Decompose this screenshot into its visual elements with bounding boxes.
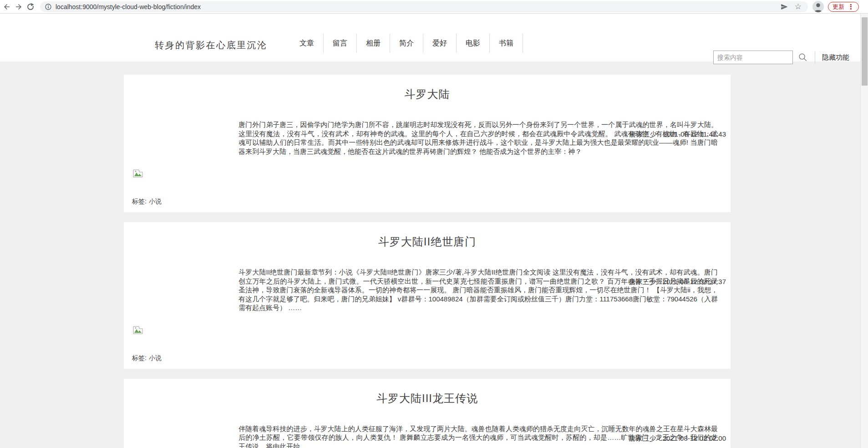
post-tags: 标签:小说 [132,198,731,206]
search-input[interactable] [713,51,793,64]
post-datetime: 2021-08-12 11:41:43 [663,130,726,138]
post-tags: 标签:小说 [132,354,731,362]
nav-item-hobbies[interactable]: 爱好 [423,39,456,48]
chrome-update-menu-button[interactable]: 更新 ⋮ [828,2,859,12]
post-title[interactable]: 斗罗大陆II绝世唐门 [124,235,731,249]
kebab-menu-icon: ⋮ [848,3,854,10]
post-byline: 唐家三少2021-08-12 11:41:43 [629,130,726,139]
post-author: 唐家三少 [629,434,656,442]
browser-toolbar: localhost:9000/mystyle-cloud-web-blog/fi… [0,0,868,14]
vertical-scrollbar[interactable] [860,14,868,448]
nav-item-messages[interactable]: 留言 [324,39,356,48]
nav-item-articles[interactable]: 文章 [290,39,323,48]
broken-image-icon [133,168,143,178]
post-card: 斗罗大陆III龙王传说 伴随着魂导科技的进步，斗罗大陆上的人类征服了海洋，又发现… [124,379,731,448]
reload-button[interactable] [25,1,36,13]
post-summary: 斗罗大陆II绝世唐门最新章节列：小说《斗罗大陆II绝世唐门》唐家三少/著,斗罗大… [239,268,718,312]
search-icon[interactable] [798,52,808,62]
post-title[interactable]: 斗罗大陆 [124,87,731,101]
url-text[interactable]: localhost:9000/mystyle-cloud-web-blog/fi… [56,3,774,10]
nav-divider [523,34,523,53]
send-to-device-button[interactable] [780,3,788,11]
back-icon [3,3,11,11]
post-byline: 唐家三少2021-08-12 02:37:37 [629,278,726,286]
forward-icon [15,3,23,11]
update-label: 更新 [832,3,844,11]
nav-item-albums[interactable]: 相册 [357,39,390,48]
post-author: 唐家三少 [629,278,656,285]
back-button[interactable] [1,1,13,13]
profile-button[interactable] [812,1,824,12]
post-byline: 唐家三少2021-08-12 02:02:00 [629,434,726,443]
send-icon [780,3,788,11]
post-card: 斗罗大陆II绝世唐门 斗罗大陆II绝世唐门最新章节列：小说《斗罗大陆II绝世唐门… [124,222,731,369]
forward-button[interactable] [13,1,25,13]
nav-item-profile[interactable]: 简介 [390,39,423,48]
tag-link-novel[interactable]: 小说 [149,354,162,361]
hide-feature-toggle[interactable]: 隐藏功能 [822,53,849,62]
nav-item-books[interactable]: 书籍 [490,39,523,48]
post-list: 斗罗大陆 唐门外门弟子唐三，因偷学内门绝学为唐门所不容，跳崖明志时却发现没有死，… [0,61,868,448]
url-bar[interactable]: localhost:9000/mystyle-cloud-web-blog/fi… [40,1,808,12]
tag-link-novel[interactable]: 小说 [149,198,162,205]
info-icon[interactable] [45,3,52,10]
bookmark-button[interactable]: ☆ [795,3,802,10]
post-author: 唐家三少 [629,130,657,138]
scrollbar-thumb[interactable] [862,17,868,86]
tag-label: 标签: [132,354,147,361]
star-icon: ☆ [795,3,802,10]
main-nav: 文章 留言 相册 简介 爱好 电影 书籍 [290,34,523,53]
post-datetime: 2021-08-12 02:37:37 [663,278,726,285]
search-divider [815,51,815,64]
site-title[interactable]: 转身的背影在心底里沉沦 [155,39,268,51]
search-area: 隐藏功能 [713,51,849,64]
site-header: 转身的背影在心底里沉沦 文章 留言 相册 简介 爱好 电影 书籍 隐藏功能 [0,14,868,61]
nav-item-movies[interactable]: 电影 [457,39,489,48]
broken-image-icon [133,324,143,334]
post-card: 斗罗大陆 唐门外门弟子唐三，因偷学内门绝学为唐门所不容，跳崖明志时却发现没有死，… [124,75,731,212]
avatar-icon [812,1,824,12]
post-title[interactable]: 斗罗大陆III龙王传说 [124,392,731,405]
reload-icon [26,3,35,11]
tag-label: 标签: [132,198,147,205]
post-datetime: 2021-08-12 02:02:00 [663,434,726,442]
